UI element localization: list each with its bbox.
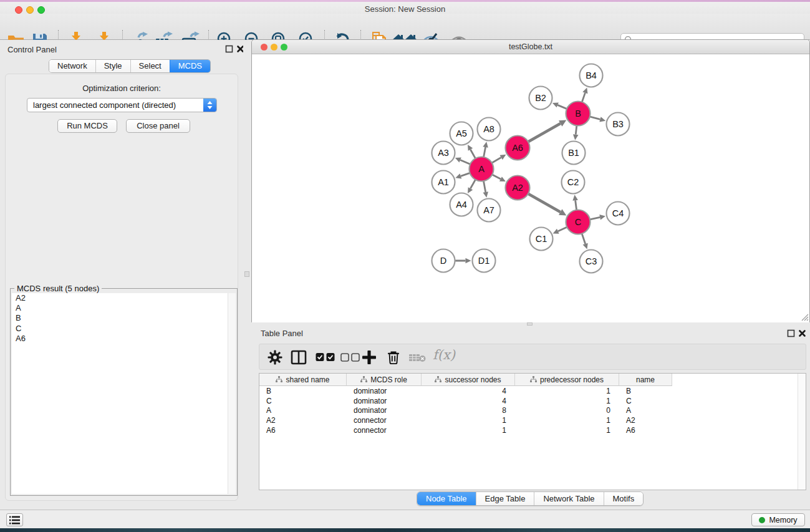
cell-name[interactable]: C <box>619 397 672 407</box>
table-row[interactable]: A6connector11A6 <box>259 426 672 436</box>
cell-predecessor-nodes[interactable]: 1 <box>515 397 619 407</box>
node-table[interactable]: shared nameMCDS rolesuccessor nodesprede… <box>259 373 806 490</box>
node-label-C3: C3 <box>586 256 597 266</box>
float-panel-icon[interactable] <box>225 45 233 53</box>
task-history-button[interactable] <box>6 513 23 526</box>
desktop: Session: New Session <box>0 0 810 532</box>
cell-name[interactable]: A <box>619 406 672 416</box>
status-bar: Memory <box>0 510 810 528</box>
node-label-A4: A4 <box>456 200 467 210</box>
cell-predecessor-nodes[interactable]: 1 <box>515 387 619 397</box>
cell-name[interactable]: A2 <box>619 416 672 426</box>
cell-name[interactable]: A6 <box>619 426 672 436</box>
result-item[interactable]: B <box>12 313 228 323</box>
result-item[interactable]: C <box>12 324 228 334</box>
add-column-icon[interactable] <box>361 349 377 365</box>
result-item[interactable]: A6 <box>12 334 228 344</box>
column-header-successor-nodes[interactable]: successor nodes <box>422 374 515 386</box>
cell-successor-nodes[interactable]: 8 <box>422 406 515 416</box>
function-builder-icon-disabled: f(x) <box>433 347 455 362</box>
cell-successor-nodes[interactable]: 4 <box>422 397 515 407</box>
edge-arrowhead <box>483 142 488 148</box>
memory-label: Memory <box>769 516 797 525</box>
tab-network-table[interactable]: Network Table <box>534 492 603 505</box>
cell-successor-nodes[interactable]: 4 <box>422 387 515 397</box>
cell-MCDS-role[interactable]: connector <box>347 426 422 436</box>
result-list-scrollbar[interactable] <box>228 293 236 494</box>
table-toolbar: f(x) <box>259 344 806 370</box>
result-item[interactable]: A2 <box>12 293 228 303</box>
window-resize-grip[interactable] <box>800 312 809 321</box>
column-header-shared-name[interactable]: shared name <box>259 374 347 386</box>
control-panel: Control Panel NetworkStyleSelectMCDS Opt… <box>0 40 243 510</box>
network-view-window: testGlobe.txt AA1A2A3A4A5A6A7A8BB1B2B3B4… <box>251 39 810 322</box>
table-row[interactable]: Cdominator41C <box>259 397 672 407</box>
tab-edge-table[interactable]: Edge Table <box>476 492 534 505</box>
cell-shared-name[interactable]: A2 <box>259 416 347 426</box>
run-mcds-button[interactable]: Run MCDS <box>57 119 117 133</box>
network-graph[interactable]: AA1A2A3A4A5A6A7A8BB1B2B3B4CC1C2C3C4DD1 <box>252 54 809 322</box>
cell-shared-name[interactable]: C <box>259 397 347 407</box>
select-all-checkboxes-icon[interactable] <box>316 352 335 362</box>
close-panel-button[interactable]: Close panel <box>126 119 190 133</box>
table-row[interactable]: Adominator80A <box>259 406 672 416</box>
cell-predecessor-nodes[interactable]: 0 <box>515 406 619 416</box>
tab-select[interactable]: Select <box>130 60 170 72</box>
node-label-A6: A6 <box>512 143 523 153</box>
cell-shared-name[interactable]: B <box>259 387 347 397</box>
cell-shared-name[interactable]: A <box>259 406 347 416</box>
cell-successor-nodes[interactable]: 1 <box>422 416 515 426</box>
node-label-B: B <box>575 109 581 118</box>
edge-arrowhead <box>573 134 579 140</box>
column-header-predecessor-nodes[interactable]: predecessor nodes <box>515 374 619 386</box>
table-row[interactable]: Bdominator41B <box>259 387 672 397</box>
table-row[interactable]: A2connector11A2 <box>259 416 672 426</box>
network-window-titlebar[interactable]: testGlobe.txt <box>252 40 809 54</box>
node-label-B4: B4 <box>586 70 597 80</box>
control-panel-title: Control Panel <box>7 45 57 54</box>
column-header-name[interactable]: name <box>619 374 672 386</box>
criterion-dropdown[interactable]: largest connected component (directed) <box>27 98 217 112</box>
float-table-panel-icon[interactable] <box>787 329 795 337</box>
node-label-B3: B3 <box>612 119 624 129</box>
table-panel-title: Table Panel <box>261 329 303 338</box>
cell-shared-name[interactable]: A6 <box>259 426 347 436</box>
memory-button[interactable]: Memory <box>751 513 805 526</box>
tab-style[interactable]: Style <box>95 60 130 72</box>
tab-motifs[interactable]: Motifs <box>604 492 644 505</box>
cell-MCDS-role[interactable]: connector <box>347 416 422 426</box>
tab-mcds[interactable]: MCDS <box>170 60 210 72</box>
cell-MCDS-role[interactable]: dominator <box>347 387 422 397</box>
split-columns-icon[interactable] <box>291 349 307 365</box>
mcds-result-list[interactable]: A2ABCA6 <box>12 293 228 494</box>
edge-arrowhead <box>572 195 578 200</box>
node-label-C1: C1 <box>536 234 547 244</box>
cell-MCDS-role[interactable]: dominator <box>347 397 422 407</box>
desktop-wallpaper-bottom <box>0 528 810 532</box>
column-header-label: predecessor nodes <box>540 375 604 384</box>
cell-successor-nodes[interactable]: 1 <box>422 426 515 436</box>
close-table-panel-icon[interactable] <box>798 329 806 337</box>
shared-column-icon <box>276 376 282 383</box>
cell-predecessor-nodes[interactable]: 1 <box>515 416 619 426</box>
deselect-all-checkboxes-icon[interactable] <box>340 353 360 362</box>
control-panel-tabs: NetworkStyleSelectMCDS <box>49 59 211 73</box>
tab-network[interactable]: Network <box>49 60 95 72</box>
vertical-split-divider[interactable] <box>243 40 251 510</box>
edge-arrowhead <box>599 215 605 220</box>
dropdown-stepper-icon <box>203 99 216 112</box>
tab-node-table[interactable]: Node Table <box>417 492 476 505</box>
result-item[interactable]: A <box>12 303 228 313</box>
cell-MCDS-role[interactable]: dominator <box>347 406 422 416</box>
cell-name[interactable]: B <box>619 387 672 397</box>
column-header-MCDS-role[interactable]: MCDS role <box>347 374 422 386</box>
settings-gear-icon[interactable] <box>267 349 283 365</box>
column-header-label: MCDS role <box>370 375 407 384</box>
node-label-A5: A5 <box>456 128 467 138</box>
network-canvas[interactable]: AA1A2A3A4A5A6A7A8BB1B2B3B4CC1C2C3C4DD1 <box>252 54 809 322</box>
cell-predecessor-nodes[interactable]: 1 <box>515 426 619 436</box>
table-scrollbar[interactable] <box>798 374 806 490</box>
shared-column-icon <box>530 376 537 383</box>
delete-column-icon[interactable] <box>385 349 402 365</box>
divider-handle[interactable] <box>244 271 249 277</box>
